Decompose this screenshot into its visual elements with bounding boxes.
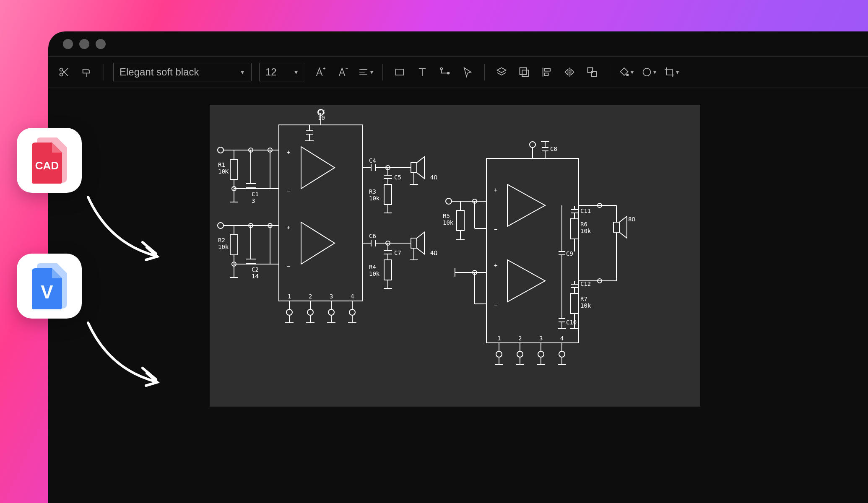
svg-point-242 (559, 351, 565, 357)
svg-text:3: 3 (539, 335, 543, 342)
svg-text:C6: C6 (369, 233, 376, 239)
toolbar-divider (609, 64, 609, 80)
svg-text:3: 3 (252, 197, 255, 204)
svg-point-93 (307, 309, 313, 315)
traffic-light-close[interactable] (63, 39, 73, 49)
chevron-down-icon: ▾ (631, 69, 634, 75)
align-icon[interactable]: ▾ (358, 65, 373, 80)
svg-text:R4: R4 (369, 264, 376, 270)
svg-rect-156 (457, 210, 464, 231)
flip-horizontal-icon[interactable] (562, 65, 577, 80)
svg-text:R3: R3 (369, 188, 376, 195)
shape-style-icon[interactable]: ▾ (641, 65, 656, 80)
decrease-font-icon[interactable]: − (335, 65, 351, 80)
pointer-tool-icon[interactable] (460, 65, 475, 80)
svg-point-46 (218, 223, 223, 228)
svg-text:10k: 10k (580, 228, 591, 234)
svg-text:C8: C8 (550, 145, 557, 152)
svg-text:10k: 10k (580, 302, 591, 309)
svg-point-13 (441, 68, 443, 70)
svg-text:1: 1 (288, 293, 291, 300)
font-family-select[interactable]: Elegant soft black ▼ (113, 63, 252, 81)
chevron-down-icon: ▾ (370, 69, 373, 75)
svg-rect-222 (613, 222, 619, 232)
svg-text:+: + (494, 187, 497, 193)
text-tool-icon[interactable] (415, 65, 430, 80)
arrow-2 (84, 319, 168, 390)
svg-point-14 (447, 72, 450, 74)
chevron-down-icon: ▾ (676, 69, 679, 75)
svg-point-237 (538, 351, 544, 357)
svg-text:14: 14 (252, 273, 259, 280)
svg-text:C12: C12 (580, 280, 591, 287)
svg-text:+: + (323, 66, 326, 71)
font-size-select[interactable]: 12 ▼ (259, 63, 305, 81)
same-size-icon[interactable] (585, 65, 600, 80)
traffic-light-minimize[interactable] (79, 39, 89, 49)
svg-rect-20 (544, 73, 548, 75)
svg-text:8Ω: 8Ω (628, 216, 635, 223)
svg-point-25 (218, 147, 223, 153)
chevron-down-icon: ▼ (239, 69, 245, 75)
svg-text:C11: C11 (580, 207, 591, 214)
toolbar: Elegant soft black ▼ 12 ▼ + − ▾ (48, 57, 868, 88)
group-icon[interactable] (517, 65, 532, 80)
chevron-down-icon: ▾ (653, 69, 656, 75)
svg-point-103 (349, 309, 355, 315)
svg-text:+: + (494, 262, 497, 269)
svg-point-98 (328, 309, 334, 315)
align-left-objects-icon[interactable] (539, 65, 554, 80)
svg-point-151 (446, 198, 452, 204)
svg-text:R1: R1 (218, 161, 225, 168)
svg-point-227 (496, 351, 502, 357)
svg-text:C5: C5 (394, 174, 401, 181)
svg-text:3: 3 (330, 293, 333, 300)
font-size-value: 12 (265, 66, 277, 78)
svg-rect-136 (411, 238, 417, 248)
svg-text:−: − (346, 66, 348, 71)
svg-marker-168 (507, 184, 545, 226)
format-painter-icon[interactable] (79, 65, 94, 80)
svg-text:−: − (287, 263, 290, 270)
svg-text:C7: C7 (394, 249, 401, 256)
svg-text:4Ω: 4Ω (430, 174, 437, 181)
svg-rect-10 (396, 69, 404, 75)
svg-text:R5: R5 (443, 213, 450, 219)
svg-rect-19 (544, 69, 550, 71)
fill-color-icon[interactable]: ▾ (619, 65, 634, 80)
svg-text:+: + (287, 224, 290, 231)
svg-marker-70 (301, 147, 335, 189)
toolbar-divider (382, 64, 383, 80)
svg-text:4: 4 (560, 335, 564, 342)
increase-font-icon[interactable]: + (313, 65, 328, 80)
traffic-light-zoom[interactable] (96, 39, 106, 49)
svg-point-232 (517, 351, 523, 357)
svg-text:R6: R6 (580, 221, 587, 228)
svg-text:2: 2 (518, 335, 522, 342)
svg-text:10k: 10k (369, 270, 380, 277)
svg-point-173 (530, 142, 535, 148)
crop-icon[interactable]: ▾ (664, 65, 679, 80)
svg-rect-53 (230, 235, 238, 255)
svg-text:C1: C1 (252, 191, 259, 197)
svg-marker-137 (417, 232, 424, 254)
font-family-value: Elegant soft black (120, 66, 199, 78)
svg-point-24 (643, 68, 651, 76)
svg-text:R2: R2 (218, 237, 225, 244)
svg-rect-165 (486, 158, 579, 343)
svg-text:R7: R7 (580, 296, 587, 302)
svg-point-88 (286, 309, 292, 315)
svg-point-23 (626, 74, 629, 76)
svg-rect-67 (279, 125, 363, 301)
connector-tool-icon[interactable] (437, 65, 452, 80)
svg-marker-223 (619, 216, 627, 238)
titlebar (48, 31, 868, 57)
layers-icon[interactable] (494, 65, 509, 80)
canvas[interactable]: R1 10K C1 3 R2 10k (210, 105, 700, 407)
rectangle-tool-icon[interactable] (392, 65, 407, 80)
svg-text:2: 2 (309, 293, 312, 300)
svg-text:−: − (494, 301, 497, 308)
svg-text:−: − (494, 226, 497, 233)
cut-icon[interactable] (57, 65, 72, 80)
svg-marker-73 (301, 222, 335, 264)
